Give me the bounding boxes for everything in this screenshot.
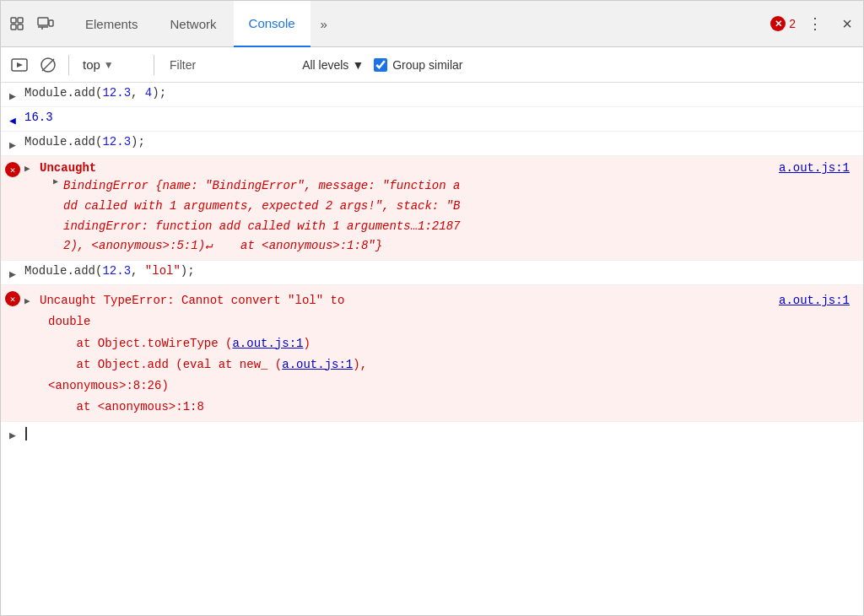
error-icon-1: ✕ <box>1 159 24 177</box>
error-content-1: ▶ Uncaught a.out.js:1 ▶ BindingError {na… <box>24 159 856 257</box>
levels-arrow-icon: ▼ <box>352 58 364 72</box>
devtools-menu-button[interactable]: ⋮ <box>802 11 828 36</box>
console-input-1: Module.add(12.3, 4); <box>24 86 856 100</box>
console-prompt-row: ▶ <box>1 422 863 446</box>
tab-bar-right: ✕ 2 ⋮ × <box>770 11 860 36</box>
tab-more[interactable]: » <box>312 10 336 38</box>
console-row-error-2: ✕ ▶ Uncaught TypeError: Cannot convert "… <box>1 285 863 422</box>
context-arrow-icon: ▼ <box>104 59 114 71</box>
svg-rect-0 <box>11 18 16 23</box>
expand-arrow-2[interactable]: ▶ <box>24 294 30 311</box>
expand-arrow-detail[interactable]: ▶ <box>48 176 63 186</box>
error-link-1[interactable]: a.out.js:1 <box>779 161 850 175</box>
tab-console[interactable]: Console <box>234 1 310 47</box>
console-input-2: Module.add(12.3); <box>24 135 856 149</box>
console-row-5: ▶ Module.add(12.3, "lol"); <box>1 261 863 285</box>
group-similar-label[interactable]: Group similar <box>374 58 462 72</box>
svg-marker-9 <box>17 62 23 68</box>
context-selector[interactable]: top ▼ <box>78 56 145 73</box>
separator-2 <box>154 55 154 75</box>
console-row-2: ◀ 16.3 <box>1 107 863 132</box>
error-link-towiretype[interactable]: a.out.js:1 <box>232 337 303 350</box>
cursor-icon[interactable] <box>4 11 30 36</box>
devtools-close-button[interactable]: × <box>834 11 860 36</box>
error-icon: ✕ <box>770 16 786 31</box>
console-row-error-1: ✕ ▶ Uncaught a.out.js:1 ▶ BindingError {… <box>1 156 863 261</box>
prompt-input-area[interactable] <box>24 427 27 440</box>
svg-rect-4 <box>38 18 48 25</box>
error-detail-1: ▶ BindingError {name: "BindingError", me… <box>48 176 856 257</box>
output-arrow-1: ◀ <box>1 111 24 127</box>
cursor-blink <box>25 427 27 440</box>
error-content-2: ▶ Uncaught TypeError: Cannot convert "lo… <box>24 289 856 418</box>
error-detail-2: double at Object.toWireType (a.out.js:1)… <box>48 311 856 418</box>
error-link-2[interactable]: a.out.js:1 <box>779 290 850 311</box>
console-row-1: ▶ Module.add(12.3, 4); <box>1 83 863 107</box>
separator-1 <box>68 55 69 75</box>
tab-elements[interactable]: Elements <box>70 1 154 47</box>
clear-console-button[interactable] <box>36 53 60 77</box>
error-icon-2: ✕ <box>1 289 24 306</box>
console-toolbar: top ▼ Filter All levels ▼ Group similar <box>1 47 863 83</box>
execute-icon[interactable] <box>8 53 31 77</box>
console-input-3: Module.add(12.3, "lol"); <box>24 264 856 278</box>
error-badge: ✕ 2 <box>770 16 796 31</box>
error-link-add[interactable]: a.out.js:1 <box>282 358 353 371</box>
input-prompt-1: ▶ <box>1 86 24 103</box>
devtools-icons <box>4 11 58 36</box>
console-output: ▶ Module.add(12.3, 4); ◀ 16.3 ▶ Module.a… <box>1 83 863 616</box>
expand-arrow-1[interactable]: ▶ <box>24 163 30 174</box>
group-similar-checkbox[interactable] <box>374 58 387 72</box>
console-output-1: 16.3 <box>24 111 856 124</box>
svg-line-11 <box>42 59 54 71</box>
levels-button[interactable]: All levels ▼ <box>297 57 369 73</box>
console-row-3: ▶ Module.add(12.3); <box>1 132 863 156</box>
svg-rect-2 <box>11 24 16 30</box>
tab-bar: Elements Network Console » ✕ 2 ⋮ × <box>1 1 863 47</box>
svg-rect-1 <box>18 18 23 23</box>
svg-rect-5 <box>49 20 53 26</box>
tab-network[interactable]: Network <box>155 1 232 47</box>
filter-input[interactable] <box>208 58 292 72</box>
input-prompt-2: ▶ <box>1 135 24 152</box>
svg-rect-3 <box>18 24 23 30</box>
filter-label: Filter <box>163 57 202 73</box>
device-toggle-icon[interactable] <box>33 11 58 36</box>
prompt-icon: ▶ <box>1 425 24 442</box>
input-prompt-3: ▶ <box>1 264 24 281</box>
